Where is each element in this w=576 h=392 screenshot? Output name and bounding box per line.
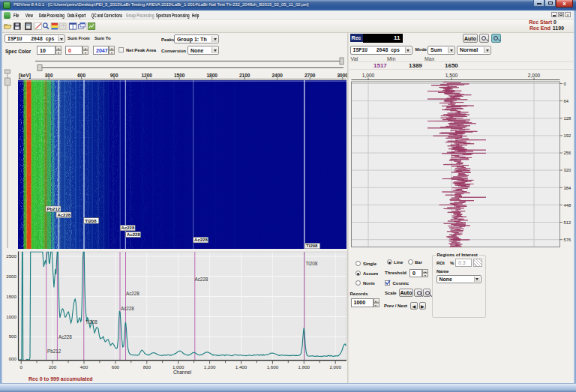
svg-text:Ac228: Ac228 [127, 232, 140, 237]
svg-text:0: 0 [564, 82, 566, 86]
svg-text:576: 576 [564, 238, 572, 242]
svg-text:400: 400 [80, 364, 88, 370]
svg-text:500: 500 [9, 334, 17, 339]
svg-text:Ac228: Ac228 [126, 291, 140, 296]
svg-text:1,600: 1,600 [267, 364, 279, 370]
svg-text:Tl208: Tl208 [85, 219, 97, 223]
svg-text:Tl208: Tl208 [306, 244, 318, 248]
svg-text:600: 600 [112, 364, 120, 370]
svg-text:1000: 1000 [6, 314, 16, 319]
svg-text:Ac228: Ac228 [194, 238, 208, 242]
svg-text:512: 512 [564, 220, 572, 225]
svg-text:Channel: Channel [173, 370, 192, 375]
svg-text:128: 128 [564, 116, 572, 121]
svg-text:1,400: 1,400 [236, 364, 248, 370]
svg-text:2,000: 2,000 [528, 73, 541, 78]
svg-text:1,000: 1,000 [362, 73, 375, 78]
svg-text:2500: 2500 [6, 253, 16, 259]
svg-text:448: 448 [564, 203, 572, 208]
svg-text:1500: 1500 [6, 294, 16, 299]
svg-text:000: 000 [9, 356, 17, 361]
svg-text:1,200: 1,200 [204, 364, 216, 370]
svg-text:800: 800 [143, 364, 152, 370]
svg-text:192: 192 [564, 133, 572, 138]
svg-text:Ac228: Ac228 [58, 334, 72, 340]
svg-text:Ac228: Ac228 [57, 213, 70, 217]
svg-text:64: 64 [564, 99, 569, 103]
svg-text:2000: 2000 [6, 274, 16, 279]
svg-text:1,500: 1,500 [446, 73, 458, 78]
svg-text:0: 0 [20, 364, 22, 370]
svg-text:Pb212: Pb212 [46, 207, 60, 211]
svg-text:Tl208: Tl208 [86, 319, 98, 325]
svg-text:2,000: 2,000 [329, 364, 341, 370]
svg-text:Tl208: Tl208 [306, 261, 318, 266]
svg-text:Ac228: Ac228 [121, 306, 134, 311]
svg-text:1,800: 1,800 [298, 364, 310, 370]
svg-text:384: 384 [564, 186, 572, 190]
svg-text:Rec 0 to 999 accumulated: Rec 0 to 999 accumulated [28, 376, 93, 382]
svg-text:Ac228: Ac228 [195, 277, 208, 282]
svg-text:Pb212: Pb212 [47, 349, 62, 354]
svg-text:Ac228: Ac228 [122, 226, 135, 230]
svg-text:200: 200 [49, 364, 57, 370]
svg-text:320: 320 [564, 168, 572, 172]
svg-text:256: 256 [564, 151, 572, 155]
